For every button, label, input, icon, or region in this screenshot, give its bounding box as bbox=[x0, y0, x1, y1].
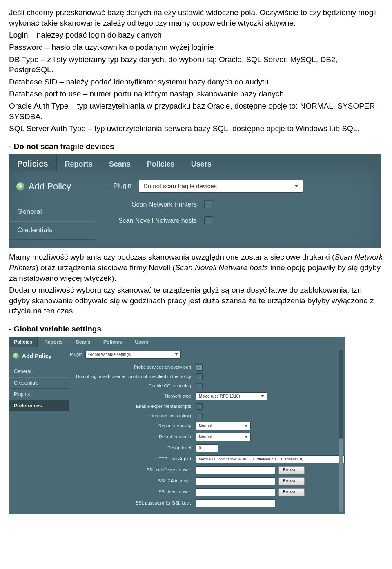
plugin-select[interactable]: Global variable settings bbox=[85, 351, 181, 359]
screenshot-fragile-devices: Policies Reports Scans Policies Users + … bbox=[9, 154, 381, 248]
debug-input[interactable]: 0 bbox=[196, 444, 218, 452]
add-policy-button[interactable]: + Add Policy bbox=[9, 351, 69, 362]
main-panel: Plugin Global variable settings Probe se… bbox=[69, 347, 345, 514]
para-label: Report paranoia bbox=[69, 434, 196, 440]
opt-scan-printers-checkbox[interactable] bbox=[204, 200, 213, 209]
probe-checkbox[interactable]: ✓ bbox=[196, 364, 203, 371]
chevron-down-icon bbox=[245, 425, 248, 427]
top-nav: Policies Reports Scans Policies Users bbox=[9, 337, 345, 347]
nav-item-reports[interactable]: Reports bbox=[38, 336, 69, 348]
section-heading: - Do not scan fragile devices bbox=[9, 141, 383, 152]
scrollbar-thumb[interactable] bbox=[339, 350, 343, 439]
sslca-label: SSL CA to trust : bbox=[69, 478, 196, 484]
paragraph: Database SID – należy podać identyfikato… bbox=[9, 77, 383, 87]
paragraph: Password – hasło dla użytkownika o podan… bbox=[9, 42, 383, 53]
sslpass-input[interactable] bbox=[196, 499, 275, 507]
nav-tab-policies[interactable]: Policies bbox=[9, 337, 38, 347]
cgi-checkbox[interactable] bbox=[196, 383, 203, 389]
sslkey-input[interactable] bbox=[196, 488, 275, 496]
nav-item-policies[interactable]: Policies bbox=[97, 336, 128, 348]
ua-input[interactable]: Mozilla/4.0 (compatible; MSIE 8.0; Windo… bbox=[196, 455, 345, 463]
browse-button[interactable]: Browse... bbox=[278, 477, 305, 485]
sslpass-label: SSL password for SSL key : bbox=[69, 500, 196, 506]
ua-label: HTTP User-Agent bbox=[69, 456, 196, 462]
chevron-down-icon bbox=[261, 395, 264, 397]
paragraph: Jeśli chcemy przeskanować bazę danych na… bbox=[9, 7, 383, 28]
paragraph: Database port to use – numer portu na kt… bbox=[9, 89, 383, 99]
plus-icon: + bbox=[16, 182, 24, 191]
chevron-down-icon bbox=[245, 436, 248, 438]
opt-scan-printers-label: Scan Network Printers bbox=[95, 200, 204, 209]
paragraph: Mamy możliwość wybrania czy podczas skan… bbox=[9, 252, 383, 283]
screenshot-global-variable-settings: Policies Reports Scans Policies Users + … bbox=[9, 337, 345, 514]
sidebar: + Add Policy General Credentials bbox=[9, 171, 95, 248]
paragraph: DB Type – z listy wybieramy typ bazy dan… bbox=[9, 54, 383, 75]
verb-label: Report verbosity bbox=[69, 423, 196, 429]
sslkey-label: SSL key to use : bbox=[69, 489, 196, 495]
plugin-select-value: Do not scan fragile devices bbox=[143, 182, 217, 190]
top-nav: Policies Reports Scans Policies Users bbox=[9, 154, 381, 171]
para-select[interactable]: Normal bbox=[196, 433, 251, 441]
chevron-down-icon bbox=[294, 185, 298, 187]
plugin-label: Plugin bbox=[95, 182, 139, 191]
nettype-label: Network type bbox=[69, 393, 196, 399]
section-heading: - Global variable settings bbox=[9, 324, 383, 334]
nav-item-users[interactable]: Users bbox=[183, 154, 220, 171]
nolog-label: Do not log in with user accounts not spe… bbox=[69, 373, 196, 380]
chevron-down-icon bbox=[175, 353, 178, 356]
nav-tab-policies[interactable]: Policies bbox=[9, 154, 57, 171]
sslcert-label: SSL certificate to use : bbox=[69, 467, 196, 473]
plus-icon: + bbox=[13, 353, 19, 359]
add-policy-label: Add Policy bbox=[29, 180, 71, 193]
sidebar-item-credentials[interactable]: Credentials bbox=[9, 377, 69, 389]
nav-item-policies[interactable]: Policies bbox=[139, 154, 183, 171]
nettype-select[interactable]: Mixed (use RFC 1918) bbox=[196, 392, 267, 400]
add-policy-button[interactable]: + Add Policy bbox=[9, 177, 95, 196]
exp-label: Enable experimental scripts bbox=[69, 403, 196, 409]
scrollbar[interactable] bbox=[339, 350, 343, 512]
sidebar: + Add Policy General Credentials Plugins… bbox=[9, 347, 69, 514]
sidebar-item-credentials[interactable]: Credentials bbox=[9, 221, 95, 240]
paragraph: Login – należey podać login do bazy dany… bbox=[9, 30, 383, 40]
plugin-select[interactable]: Do not scan fragile devices bbox=[139, 180, 303, 193]
nav-item-reports[interactable]: Reports bbox=[57, 154, 101, 171]
plugin-label: Plugin bbox=[69, 351, 85, 358]
debug-label: Debug level bbox=[69, 445, 196, 451]
nav-item-scans[interactable]: Scans bbox=[101, 154, 139, 171]
verb-select[interactable]: Normal bbox=[196, 422, 251, 430]
exp-checkbox[interactable] bbox=[196, 403, 203, 410]
probe-label: Probe services on every port bbox=[69, 364, 196, 370]
thor-label: Thorough tests (slow) bbox=[69, 413, 196, 419]
sidebar-item-general[interactable]: General bbox=[9, 203, 95, 221]
opt-scan-novell-checkbox[interactable] bbox=[204, 216, 213, 225]
sidebar-item-plugins[interactable]: Plugins bbox=[9, 389, 69, 400]
nav-item-users[interactable]: Users bbox=[128, 336, 155, 348]
plugin-select-value: Global variable settings bbox=[88, 352, 131, 358]
main-panel: Plugin Do not scan fragile devices Scan … bbox=[95, 171, 381, 248]
sslcert-input[interactable] bbox=[196, 466, 275, 474]
nav-item-scans[interactable]: Scans bbox=[69, 336, 97, 348]
add-policy-label: Add Policy bbox=[22, 352, 51, 360]
browse-button[interactable]: Browse... bbox=[278, 466, 305, 474]
browse-button[interactable]: Browse... bbox=[278, 488, 305, 496]
sidebar-item-general[interactable]: General bbox=[9, 366, 69, 377]
sslca-input[interactable] bbox=[196, 477, 275, 485]
nolog-checkbox[interactable] bbox=[196, 373, 203, 380]
paragraph: Oracle Auth Type – typ uwierzytelniania … bbox=[9, 101, 383, 122]
thor-checkbox[interactable] bbox=[196, 413, 203, 419]
opt-scan-novell-label: Scan Novell Netware hosts bbox=[95, 216, 204, 225]
paragraph: Dodano możliwość wyboru czy skanować te … bbox=[9, 285, 383, 316]
sidebar-item-preferences[interactable]: Preferences bbox=[9, 400, 69, 411]
cgi-label: Enable CGI scanning bbox=[69, 383, 196, 389]
paragraph: SQL Server Auth Type – typ uwierzytelnia… bbox=[9, 123, 383, 134]
